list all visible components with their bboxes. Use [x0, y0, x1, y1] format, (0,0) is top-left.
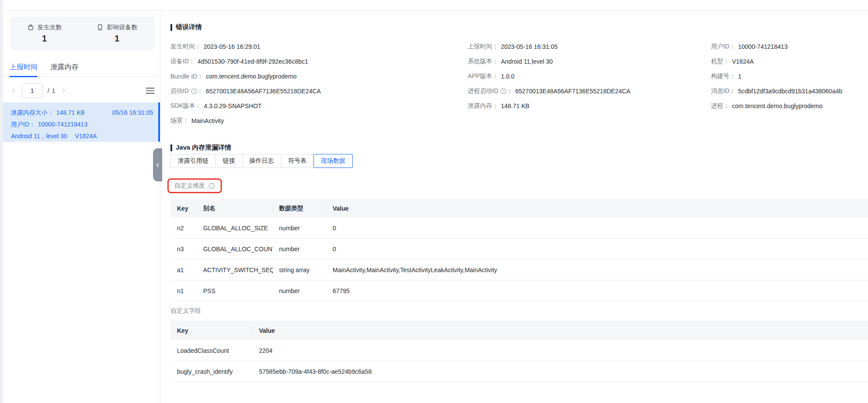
tab-leak-memory[interactable]: 泄露内存 [51, 57, 78, 77]
svg-text:?: ? [503, 89, 505, 93]
detail-field: 设备ID：4d501530-790f-41ed-8f9f-292ec36c8bc… [170, 54, 321, 69]
custom-dimension-table: Key 别名 数据类型 Value n2 GLOBAL_ALLOC_SIZE n… [170, 199, 868, 301]
svg-text:?: ? [211, 184, 213, 188]
stat-occurrences: 发生次数 1 [27, 24, 62, 44]
prev-page-icon[interactable] [10, 87, 17, 94]
tab-report-time[interactable]: 上报时间 [10, 57, 37, 77]
detail-field: 发生时间：2023-05-16 16:29:01 [170, 39, 321, 54]
custom-field-table: Key Value LoadedClassCount 2204 bugly_cr… [170, 321, 868, 382]
collapse-sidebar-icon[interactable] [153, 148, 162, 181]
pagination: / 1 [10, 83, 67, 98]
java-leak-section-title: Java 内存泄漏详情 [170, 143, 231, 152]
table-row: bugly_crash_identify 57585ebb-709a-4f43-… [170, 361, 868, 382]
table-row: a1 ACTIVITY_SWITCH_SEQ string array Main… [170, 260, 868, 280]
svg-text:?: ? [193, 89, 195, 93]
tab-leak-chain[interactable]: 泄露引用链 [170, 154, 216, 168]
detail-field: 用户ID：10000-741218413 [711, 39, 842, 54]
detail-field: 泄露内存：148.71 KB [468, 99, 630, 113]
report-time: 05/16 16:31:05 [112, 107, 153, 119]
title-bar-decor [170, 144, 172, 151]
table-header-row: Key Value [170, 321, 868, 340]
help-icon[interactable]: ? [191, 88, 197, 94]
next-page-icon[interactable] [60, 87, 67, 94]
leak-size-label: 泄露内存大小 [11, 107, 48, 119]
tab-link[interactable]: 链接 [215, 154, 242, 168]
device-model: V1824A [75, 130, 97, 142]
stat-value: 1 [42, 34, 47, 44]
stat-label: 发生次数 [37, 24, 62, 31]
error-detail-section-title: 错误详情 [170, 23, 202, 31]
detail-field: 启动ID?：65270013E48A56AF7136E55218DE24CA [170, 84, 321, 99]
table-row: n1 PSS number 67795 [170, 280, 868, 301]
user-id-label: 用户ID [11, 119, 29, 130]
custom-field-label: 自定义字段 [170, 307, 201, 315]
leak-report-list-item[interactable]: 泄露内存大小： 148.71 KB 05/16 16:31:05 用户ID： 1… [3, 102, 160, 142]
detail-field: SDK版本：4.3.0.29-SNAPSHOT [170, 99, 321, 113]
detail-field: 消息ID：5cdbf12df3a9cdbcd91b31a438060a4b [711, 84, 842, 99]
detail-field: 进程启动ID?：65270013E48A56AF7136E55218DE24CA [468, 84, 630, 99]
detail-field: 系统版本：Android 11,level 30 [468, 54, 630, 69]
table-row: LoadedClassCount 2204 [170, 340, 868, 361]
user-id-value: 10000-741218413 [38, 119, 88, 130]
tab-op-log[interactable]: 操作日志 [242, 154, 281, 168]
title-bar-decor [170, 24, 172, 31]
detail-field: Bundle ID：com.tencent.demo.buglyprodemo [170, 69, 321, 84]
page-total: / 1 [48, 87, 55, 94]
custom-dimension-label: 自定义维度 [174, 182, 205, 190]
stats-summary: 发生次数 1 影响设备数 1 [10, 17, 155, 50]
detail-field: APP版本：1.0.0 [468, 69, 630, 84]
detail-field: 机型：V1824A [711, 54, 842, 69]
os-version: Android 11，level 30 [11, 130, 67, 142]
stat-devices: 影响设备数 1 [96, 24, 137, 44]
menu-icon[interactable] [145, 85, 155, 96]
detail-field: 进程：com.tencent.demo.buglyprodemo [711, 99, 842, 113]
error-detail-panel: 错误详情 发生时间：2023-05-16 16:29:01 设备ID：4d501… [161, 10, 868, 403]
leak-size-value: 148.71 KB [56, 107, 85, 119]
help-icon[interactable]: ? [208, 183, 215, 189]
crash-count-icon [27, 24, 34, 31]
tab-scene-data[interactable]: 现场数据 [313, 154, 353, 168]
detail-field: 构建号：1 [711, 69, 842, 84]
tab-symbol-table[interactable]: 符号表 [281, 154, 314, 168]
issue-sidebar: 发生次数 1 影响设备数 1 上报时间 泄露内存 / 1 [3, 10, 160, 403]
annotation-highlight-custom-dimension: 自定义维度 ? [167, 178, 222, 193]
left-edge-strip [0, 0, 3, 403]
help-icon[interactable]: ? [500, 88, 507, 94]
sidebar-sort-tabs: 上报时间 泄露内存 [3, 57, 160, 77]
detail-field: 上报时间：2023-05-16 16:31:05 [468, 39, 630, 54]
stat-value: 1 [115, 34, 119, 44]
table-row: n2 GLOBAL_ALLOC_SIZE number 0 [170, 218, 868, 239]
detail-field: 场景：MainActivity [170, 113, 321, 128]
table-row: n3 GLOBAL_ALLOC_COUNT number 0 [170, 239, 868, 260]
stat-label: 影响设备数 [107, 24, 137, 31]
table-header-row: Key 别名 数据类型 Value [170, 199, 868, 218]
leak-detail-tabs: 泄露引用链 链接 操作日志 符号表 现场数据 [170, 154, 353, 168]
affected-devices-icon [96, 24, 104, 31]
page-input[interactable] [22, 83, 43, 98]
top-bar [3, 0, 868, 10]
